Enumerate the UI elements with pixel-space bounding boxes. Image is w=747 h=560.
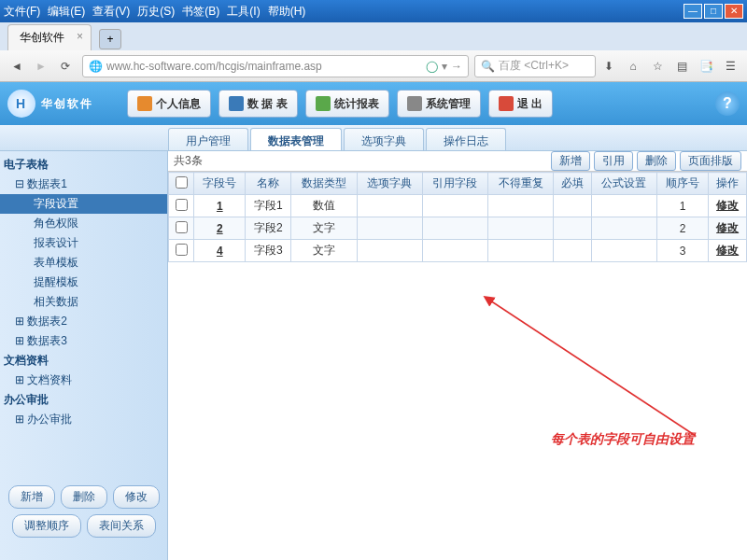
side-btn-2[interactable]: 修改 (113, 485, 160, 509)
browser-navbar: ◄ ► ⟳ 🌐 ◯ ▾ → 🔍 百度 <Ctrl+K> ⬇ ⌂ ☆ ▤ 📑 ☰ (0, 50, 747, 82)
row-count: 共3条 (174, 153, 203, 169)
maximize-button[interactable]: □ (704, 4, 723, 19)
side-btn-0[interactable]: 新增 (8, 485, 55, 509)
back-button[interactable]: ◄ (6, 55, 28, 77)
help-button[interactable]: ? (715, 91, 740, 116)
side-btn-1[interactable]: 删除 (61, 485, 107, 509)
os-menubar: 文件(F) 编辑(E) 查看(V) 历史(S) 书签(B) 工具(I) 帮助(H… (0, 0, 747, 22)
url-input[interactable] (106, 60, 426, 73)
forward-button[interactable]: ► (30, 55, 52, 77)
tab-close-icon[interactable]: × (77, 30, 83, 43)
browser-tab[interactable]: 华创软件 × (7, 24, 92, 50)
tree-node-9[interactable]: ⊞ 数据表3 (0, 331, 167, 351)
header-btn-2[interactable]: 统计报表 (305, 90, 389, 118)
header-btn-3[interactable]: 系统管理 (397, 90, 481, 118)
tree-node-6[interactable]: 提醒模板 (0, 273, 167, 292)
tree-node-0[interactable]: 电子表格 (0, 155, 167, 175)
minimize-button[interactable]: — (684, 4, 702, 19)
menu-bookmarks[interactable]: 书签(B) (182, 4, 219, 20)
header-btn-1[interactable]: 数 据 表 (218, 90, 298, 118)
subnav-tab-2[interactable]: 选项字典 (344, 128, 424, 150)
cell-fieldno[interactable]: 4 (194, 240, 246, 262)
cell-empty (554, 195, 592, 217)
shield-icon[interactable]: ◯ (426, 60, 438, 73)
cell-empty (422, 195, 487, 217)
side-btn-4[interactable]: 表间关系 (87, 514, 156, 538)
header-btn-label: 个人信息 (156, 96, 201, 112)
header-btn-0[interactable]: 个人信息 (127, 90, 211, 118)
col-10: 操作 (709, 173, 747, 195)
cell-empty (487, 240, 553, 262)
cell-type: 文字 (291, 217, 357, 240)
sidebar: 电子表格⊟ 数据表1字段设置角色权限报表设计表单模板提醒模板相关数据⊞ 数据表2… (0, 151, 168, 560)
header-btn-icon (407, 96, 422, 111)
tree-node-4[interactable]: 报表设计 (0, 233, 167, 253)
cell-op[interactable]: 修改 (709, 195, 747, 217)
go-icon[interactable]: → (451, 60, 462, 73)
header-btn-label: 统计报表 (334, 96, 379, 112)
tree-node-10[interactable]: 文档资料 (0, 351, 167, 371)
select-all-checkbox[interactable] (176, 176, 188, 189)
tree-node-12[interactable]: 办公审批 (0, 390, 167, 410)
header-btn-label: 退 出 (517, 96, 543, 112)
cell-type: 数值 (291, 195, 357, 217)
feed-icon[interactable]: ▤ (670, 55, 693, 77)
subnav-tab-1[interactable]: 数据表管理 (250, 128, 342, 150)
cell-op[interactable]: 修改 (709, 217, 747, 240)
table-row[interactable]: 2字段2文字2修改 (169, 217, 747, 240)
url-bar[interactable]: 🌐 ◯ ▾ → (82, 55, 469, 77)
subnav-tab-3[interactable]: 操作日志 (426, 128, 506, 150)
download-icon[interactable]: ⬇ (598, 55, 620, 77)
bookmarks-menu-icon[interactable]: 📑 (695, 55, 717, 77)
cell-empty (487, 217, 553, 240)
content-toolbar: 共3条 新增引用删除页面排版 (168, 151, 747, 172)
menu-icon[interactable]: ☰ (719, 55, 741, 77)
header-btn-4[interactable]: 退 出 (488, 90, 553, 118)
reload-button[interactable]: ⟳ (54, 55, 77, 77)
search-bar[interactable]: 🔍 百度 <Ctrl+K> (474, 55, 596, 77)
subnav-tab-0[interactable]: 用户管理 (168, 128, 248, 150)
home-icon[interactable]: ⌂ (622, 55, 644, 77)
tree-node-13[interactable]: ⊞ 办公审批 (0, 410, 167, 429)
row-checkbox[interactable] (176, 244, 188, 256)
table-row[interactable]: 1字段1数值1修改 (169, 195, 747, 217)
close-button[interactable]: ✕ (725, 4, 743, 19)
svg-line-0 (490, 301, 696, 436)
tree-node-2[interactable]: 字段设置 (0, 194, 167, 214)
table-row[interactable]: 4字段3文字3修改 (169, 240, 747, 262)
app-shell: H 华创软件 个人信息数 据 表统计报表系统管理退 出 ? 用户管理数据表管理选… (0, 82, 747, 560)
cell-op[interactable]: 修改 (709, 240, 747, 262)
col-1: 字段号 (194, 173, 246, 195)
tree-node-3[interactable]: 角色权限 (0, 214, 167, 233)
menu-tools[interactable]: 工具(I) (227, 4, 260, 20)
tree-node-8[interactable]: ⊞ 数据表2 (0, 312, 167, 331)
tree-node-11[interactable]: ⊞ 文档资料 (0, 371, 167, 390)
cell-empty (554, 217, 592, 240)
bookmark-icon[interactable]: ☆ (646, 55, 669, 77)
logo-icon: H (7, 90, 35, 118)
dropdown-icon[interactable]: ▾ (442, 60, 447, 73)
cell-type: 文字 (291, 240, 357, 262)
cell-fieldno[interactable]: 1 (194, 195, 246, 217)
row-checkbox[interactable] (176, 221, 188, 233)
tree-node-7[interactable]: 相关数据 (0, 292, 167, 312)
cell-empty (487, 195, 553, 217)
menu-history[interactable]: 历史(S) (137, 4, 175, 20)
menu-edit[interactable]: 编辑(E) (48, 4, 85, 20)
menu-view[interactable]: 查看(V) (92, 4, 130, 20)
content-btn-0[interactable]: 新增 (551, 151, 590, 171)
menu-file[interactable]: 文件(F) (4, 4, 40, 20)
annotation-arrow-icon (481, 291, 714, 441)
menu-help[interactable]: 帮助(H) (268, 4, 306, 20)
col-6: 不得重复 (487, 173, 553, 195)
row-checkbox[interactable] (176, 199, 188, 211)
tree-node-1[interactable]: ⊟ 数据表1 (0, 175, 167, 194)
cell-fieldno[interactable]: 2 (194, 217, 246, 240)
content-btn-1[interactable]: 引用 (594, 151, 633, 171)
content-btn-2[interactable]: 删除 (637, 151, 676, 171)
new-tab-button[interactable]: + (99, 29, 121, 49)
tree-node-5[interactable]: 表单模板 (0, 253, 167, 273)
header-btn-icon (137, 96, 152, 111)
content-btn-3[interactable]: 页面排版 (680, 151, 741, 171)
side-btn-3[interactable]: 调整顺序 (12, 514, 81, 538)
